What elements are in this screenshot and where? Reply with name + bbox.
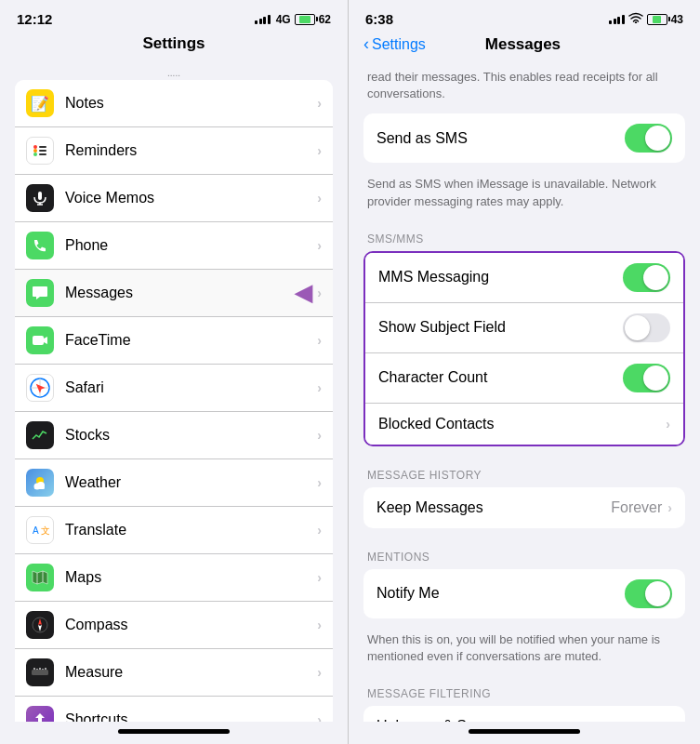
mentions-section: Notify Me	[363, 569, 685, 618]
status-icons-left: 4G 62	[255, 13, 331, 26]
safari-label: Safari	[65, 379, 317, 396]
character-count-row: Character Count	[365, 353, 683, 404]
notes-chevron: ›	[317, 96, 322, 111]
compass-label: Compass	[65, 617, 317, 633]
list-item-maps[interactable]: Maps ›	[15, 554, 333, 602]
list-item-safari[interactable]: Safari ›	[15, 365, 333, 412]
measure-chevron: ›	[317, 665, 322, 680]
right-panel: 6:38 43 ‹	[349, 0, 700, 744]
keep-messages-row[interactable]: Keep Messages Forever ›	[363, 487, 685, 528]
list-item-facetime[interactable]: FaceTime ›	[15, 317, 333, 365]
list-item-translate[interactable]: A 文 Translate ›	[15, 507, 333, 554]
character-count-toggle[interactable]	[623, 364, 670, 392]
right-content: read their messages. This enables read r…	[349, 61, 700, 722]
notify-me-desc: When this is on, you will be notified wh…	[363, 626, 685, 672]
list-item-notes[interactable]: 📝 Notes ›	[15, 80, 333, 127]
send-as-sms-label: Send as SMS	[376, 130, 625, 147]
compass-chevron: ›	[317, 618, 322, 632]
settings-section-apps: 📝 Notes › Reminders	[15, 80, 333, 722]
maps-label: Maps	[65, 569, 317, 586]
mms-section: MMS Messaging Show Subject Field Charact…	[363, 251, 685, 446]
character-count-label: Character Count	[378, 369, 623, 386]
list-item-weather[interactable]: Weather ›	[15, 459, 333, 507]
send-as-sms-toggle[interactable]	[625, 124, 672, 153]
svg-marker-21	[33, 571, 47, 584]
list-item-messages[interactable]: Messages ◀ ›	[15, 270, 333, 317]
right-nav: ‹ Settings Messages	[349, 33, 700, 61]
svg-rect-5	[39, 153, 46, 155]
list-item-compass[interactable]: Compass ›	[15, 602, 333, 649]
keep-messages-chevron: ›	[667, 500, 672, 515]
translate-chevron: ›	[317, 523, 322, 538]
svg-text:A: A	[33, 525, 39, 536]
notify-me-toggle[interactable]	[625, 579, 672, 608]
page-title-left: Settings	[15, 34, 333, 53]
time-right: 6:38	[365, 11, 393, 27]
svg-rect-6	[38, 192, 42, 200]
notes-label: Notes	[65, 95, 317, 112]
reminders-icon	[26, 137, 54, 165]
list-item-reminders[interactable]: Reminders ›	[15, 127, 333, 175]
svg-rect-18	[34, 486, 45, 489]
svg-marker-10	[44, 337, 47, 344]
keep-messages-label: Keep Messages	[376, 499, 611, 516]
weather-label: Weather	[65, 474, 317, 491]
safari-chevron: ›	[317, 380, 322, 395]
battery-pct-right: 43	[671, 13, 683, 26]
list-item-shortcuts[interactable]: Shortcuts ›	[15, 697, 333, 722]
send-as-sms-desc: Send as SMS when iMessage is unavailable…	[363, 170, 685, 217]
maps-icon	[26, 564, 54, 591]
page-title-right: Messages	[426, 35, 620, 54]
message-filtering-header: MESSAGE FILTERING	[363, 672, 685, 706]
unknown-spam-row[interactable]: Unknown & Spam ›	[363, 706, 685, 722]
messages-chevron: ›	[317, 286, 322, 300]
message-history-header: MESSAGE HISTORY	[363, 454, 685, 487]
message-history-section: Keep Messages Forever ›	[363, 487, 685, 528]
stocks-icon	[26, 421, 54, 449]
messages-label: Messages	[65, 285, 295, 301]
stocks-chevron: ›	[317, 428, 322, 443]
show-subject-row: Show Subject Field	[365, 303, 683, 353]
safari-icon	[26, 374, 54, 402]
signal-bars-right	[609, 15, 625, 24]
scroll-dots: .....	[0, 64, 348, 80]
battery-pct-left: 62	[319, 13, 331, 26]
svg-rect-3	[39, 146, 46, 148]
time-left: 12:12	[17, 11, 52, 27]
mms-messaging-toggle[interactable]	[623, 263, 670, 292]
list-item-measure[interactable]: Measure ›	[15, 649, 333, 697]
status-bar-left: 12:12 4G 62	[0, 0, 348, 33]
list-item-voice-memos[interactable]: Voice Memos ›	[15, 175, 333, 222]
svg-point-33	[634, 21, 636, 23]
notes-icon: 📝	[26, 89, 54, 117]
shortcuts-icon	[26, 706, 54, 722]
notify-me-row: Notify Me	[363, 569, 685, 618]
notify-me-label: Notify Me	[376, 585, 625, 602]
shortcuts-label: Shortcuts	[65, 711, 317, 722]
list-item-stocks[interactable]: Stocks ›	[15, 412, 333, 459]
weather-chevron: ›	[317, 475, 322, 490]
show-subject-toggle[interactable]	[623, 313, 670, 342]
translate-label: Translate	[65, 522, 317, 538]
reminders-chevron: ›	[317, 143, 322, 158]
facetime-chevron: ›	[317, 333, 322, 348]
svg-rect-27	[32, 670, 48, 675]
reminders-label: Reminders	[65, 142, 317, 159]
phone-icon	[26, 232, 54, 259]
purple-arrow-icon: ◀	[295, 280, 311, 306]
translate-icon: A 文	[26, 516, 54, 544]
blocked-contacts-chevron: ›	[666, 417, 670, 432]
send-as-sms-row: Send as SMS	[363, 113, 685, 163]
blocked-contacts-row[interactable]: Blocked Contacts ›	[365, 404, 683, 445]
back-chevron-icon: ‹	[363, 34, 369, 54]
wifi-icon	[628, 12, 643, 26]
mms-messaging-label: MMS Messaging	[378, 269, 623, 286]
back-button[interactable]: ‹ Settings	[363, 34, 426, 54]
compass-icon	[26, 611, 54, 639]
sms-mms-header: SMS/MMS	[363, 218, 685, 251]
battery-right	[647, 14, 667, 25]
svg-text:文: 文	[41, 525, 49, 536]
show-subject-label: Show Subject Field	[378, 319, 623, 336]
list-item-phone[interactable]: Phone ›	[15, 222, 333, 270]
settings-list: ..... 📝 Notes ›	[0, 60, 348, 722]
